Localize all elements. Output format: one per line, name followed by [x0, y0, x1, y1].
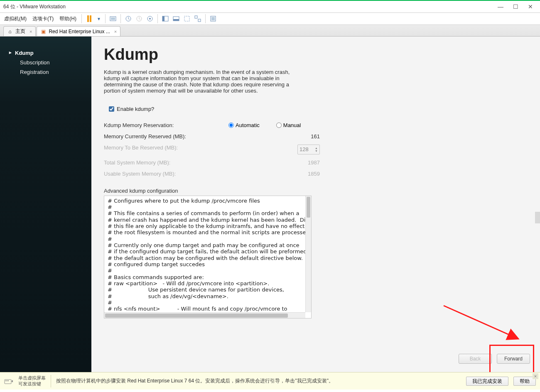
- svg-line-15: [444, 306, 518, 339]
- enable-kdump-row: Enable kdump?: [104, 106, 540, 112]
- advanced-config-textarea[interactable]: # Configures where to put the kdump /pro…: [104, 196, 312, 318]
- tab-label: Red Hat Enterprise Linux ...: [49, 29, 110, 34]
- vertical-scrollbar[interactable]: [305, 196, 311, 312]
- hintbar-close-icon[interactable]: ×: [533, 373, 538, 379]
- tab-vm[interactable]: ▣ Red Hat Enterprise Linux ... ×: [37, 26, 120, 36]
- sidebar-item-kdump[interactable]: Kdump: [0, 48, 91, 58]
- total-mem-label: Total System Memory (MB):: [104, 159, 228, 166]
- window-title: 64 位 - VMware Workstation: [3, 3, 498, 10]
- to-be-reserved-label: Memory To Be Reserved (MB):: [104, 145, 228, 154]
- right-scroll-sliver: [535, 212, 540, 223]
- usable-mem-value: 1859: [228, 171, 320, 177]
- view-fullscreen-icon[interactable]: [193, 14, 203, 24]
- install-done-button[interactable]: 我已完成安装: [466, 377, 508, 386]
- to-be-reserved-value: 128 ▲▼: [228, 145, 320, 154]
- enable-kdump-label: Enable kdump?: [117, 106, 154, 112]
- unity-icon[interactable]: [208, 14, 218, 24]
- back-button: Back: [459, 354, 492, 364]
- svg-rect-7: [162, 16, 164, 21]
- svg-point-5: [149, 18, 151, 20]
- tab-label: 主页: [15, 28, 25, 35]
- page-description: Kdump is a kernel crash dumping mechanis…: [104, 69, 299, 94]
- keyboard-hint-icon: [4, 378, 13, 385]
- install-instruction: 按照在物理计算机中的步骤安装 Red Hat Enterprise Linux …: [56, 377, 461, 385]
- svg-rect-14: [211, 17, 215, 20]
- page-title: Kdump: [104, 46, 540, 64]
- menu-vm[interactable]: 虚拟机(M): [2, 14, 29, 24]
- cur-reserved-label: Memory Currently Reserved (MB):: [104, 133, 228, 140]
- close-icon[interactable]: ✕: [528, 3, 533, 10]
- svg-rect-9: [173, 19, 179, 21]
- snapshot-revert-icon[interactable]: [134, 14, 144, 24]
- svg-rect-12: [198, 19, 201, 22]
- svg-rect-17: [5, 380, 6, 381]
- menu-tabs[interactable]: 选项卡(T): [30, 14, 56, 24]
- svg-rect-10: [184, 16, 189, 21]
- home-icon: ⌂: [7, 29, 13, 34]
- view-stretch-icon[interactable]: [182, 14, 192, 24]
- vm-icon: ▣: [40, 29, 46, 34]
- menubar: 虚拟机(M) 选项卡(T) 帮助(H) ▼: [0, 12, 540, 25]
- maximize-icon[interactable]: ☐: [513, 3, 518, 10]
- radio-automatic[interactable]: Automatic: [228, 122, 260, 128]
- mem-reservation-radios: Automatic Manual: [228, 122, 320, 128]
- status-bar: 虚拟机内部单击或按 Ctrl+G。 ▤ ◉ ⇆ ⎙ 🔊 ⑂ ✉: [0, 390, 540, 392]
- install-hint-bar: 单击虚拟屏幕 可发送按键 按照在物理计算机中的步骤安装 Red Hat Ente…: [0, 372, 540, 390]
- send-ctrl-alt-del-icon[interactable]: [108, 14, 118, 24]
- content-pane: Kdump Kdump is a kernel crash dumping me…: [91, 37, 540, 372]
- kdump-settings-grid: Kdump Memory Reservation: Automatic Manu…: [104, 122, 540, 177]
- advanced-config-label: Advanced kdump configuration: [104, 188, 540, 194]
- window-titlebar: 64 位 - VMware Workstation — ☐ ✕: [0, 0, 540, 12]
- tab-home[interactable]: ⌂ 主页 ×: [3, 26, 36, 36]
- sidebar-item-registration[interactable]: Registration: [0, 67, 91, 77]
- annotation-arrow-icon: [439, 301, 527, 347]
- keyboard-hint-text: 单击虚拟屏幕 可发送按键: [18, 375, 46, 386]
- total-mem-value: 1987: [228, 159, 320, 166]
- main-split: Kdump Subscription Registration Kdump Kd…: [0, 37, 540, 372]
- svg-rect-19: [8, 380, 9, 381]
- tab-close-icon[interactable]: ×: [29, 29, 32, 34]
- radio-manual[interactable]: Manual: [276, 122, 301, 128]
- view-sidebar-icon[interactable]: [160, 14, 170, 24]
- mem-reservation-label: Kdump Memory Reservation:: [104, 122, 228, 128]
- spinner-arrows-icon: ▲▼: [315, 147, 318, 152]
- usable-mem-label: Usable System Memory (MB):: [104, 171, 228, 177]
- cur-reserved-value: 161: [228, 133, 320, 140]
- window-controls: — ☐ ✕: [498, 3, 533, 10]
- tab-strip: ⌂ 主页 × ▣ Red Hat Enterprise Linux ... ×: [0, 25, 540, 37]
- minimize-icon[interactable]: —: [498, 3, 503, 10]
- pause-dropdown-icon[interactable]: ▼: [95, 17, 103, 21]
- forward-button[interactable]: Forward: [497, 354, 530, 364]
- enable-kdump-checkbox[interactable]: [109, 106, 114, 112]
- svg-rect-18: [7, 380, 7, 381]
- snapshot-icon[interactable]: [123, 14, 133, 24]
- setup-sidebar: Kdump Subscription Registration: [0, 37, 91, 372]
- svg-rect-1: [111, 17, 115, 20]
- svg-rect-16: [5, 380, 11, 384]
- sidebar-item-subscription[interactable]: Subscription: [0, 58, 91, 67]
- svg-rect-11: [195, 16, 197, 18]
- tab-close-icon[interactable]: ×: [114, 29, 117, 34]
- menu-help[interactable]: 帮助(H): [57, 14, 79, 24]
- horizontal-scrollbar[interactable]: [104, 312, 305, 318]
- to-be-reserved-spinner: 128 ▲▼: [297, 145, 320, 154]
- view-console-icon[interactable]: [171, 14, 181, 24]
- nav-buttons: Back Forward: [459, 354, 530, 364]
- pause-button[interactable]: [84, 14, 94, 24]
- snapshot-manager-icon[interactable]: [145, 14, 155, 24]
- advanced-config-text: # Configures where to put the kdump /pro…: [104, 196, 311, 318]
